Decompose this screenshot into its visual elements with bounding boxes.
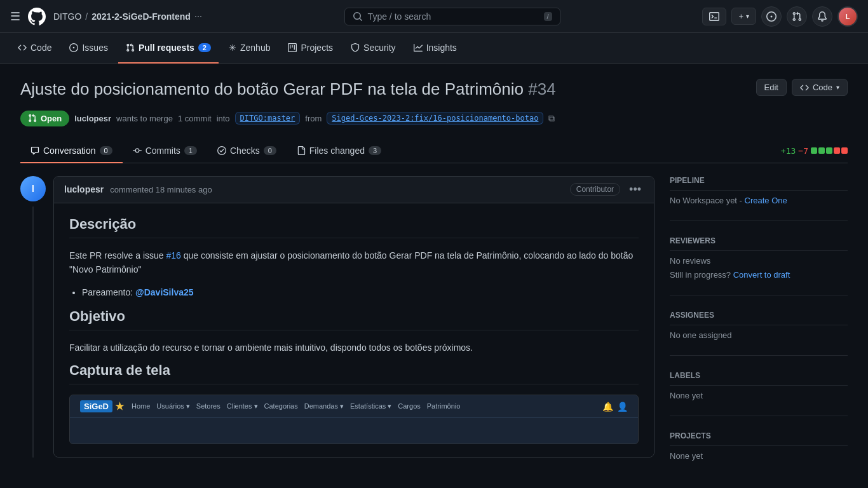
list-item: Pareamento: @DaviSilva25: [82, 285, 639, 301]
screenshot-nav-items: Home Usuários ▾ Setores Clientes ▾ Categ…: [132, 402, 460, 410]
zenhub-icon: ✳: [229, 43, 236, 53]
comment-body: Descrição Este PR resolve a issue #16 qu…: [54, 203, 654, 457]
pr-from-text: from: [305, 114, 322, 123]
main-column: l luclopesr commented 18 minutes ago Con…: [20, 176, 654, 476]
assignees-value: No one assigned: [670, 330, 848, 340]
nav-item-issues[interactable]: Issues: [62, 33, 115, 64]
screenshot-icons: 🔔 👤: [602, 402, 628, 412]
pr-status-badge: Open: [20, 111, 69, 126]
nav-item-zenhub[interactable]: ✳ Zenhub: [221, 33, 278, 64]
pr-open-icon: [28, 114, 37, 123]
pr-header: Ajuste do posicionamento do botão Gerar …: [20, 79, 848, 100]
topbar: ☰ DITGO / 2021-2-SiGeD-Frontend ⋯ Type /…: [0, 0, 868, 33]
nav-projects-label: Projects: [301, 43, 333, 53]
nav-item-code[interactable]: Code: [10, 33, 59, 64]
comment-header: luclopesr commented 18 minutes ago Contr…: [54, 177, 654, 203]
nav-pulls-label: Pull requests: [139, 43, 194, 53]
tab-files-changed[interactable]: Files changed 3: [287, 139, 391, 163]
pr-head-branch[interactable]: Siged-Gces-2023-2:fix/16-posicionamento-…: [327, 112, 543, 125]
comment-author[interactable]: luclopesr: [64, 184, 104, 194]
pr-actions: Edit Code ▾: [756, 79, 848, 96]
projects-title: Projects: [670, 431, 848, 446]
pr-base-branch[interactable]: DITGO:master: [235, 112, 301, 125]
pulls-button[interactable]: [787, 6, 807, 27]
insights-icon: [414, 43, 423, 52]
pr-title-block: Ajuste do posicionamento do botão Gerar …: [20, 79, 556, 100]
content-area: l luclopesr commented 18 minutes ago Con…: [20, 176, 848, 476]
sidebar-sep-1: [670, 220, 848, 221]
screenshot-preview: SiGeD ★ Home Usuários ▾ Setores Clientes…: [69, 395, 639, 444]
files-changed-badge: 3: [369, 146, 381, 155]
assignees-title: Assignees: [670, 311, 848, 325]
no-workspace-text: No Workspace yet -: [670, 196, 745, 205]
repo-navbar: Code Issues Pull requests 2 ✳ Zenhub Pro…: [0, 33, 868, 64]
code-dropdown-button[interactable]: Code ▾: [792, 79, 848, 96]
terminal-button[interactable]: [702, 8, 726, 25]
pipeline-value: No Workspace yet - Create One: [670, 196, 848, 205]
security-icon: [351, 43, 360, 52]
github-logo-icon[interactable]: [27, 6, 47, 27]
diff-block-5: [841, 147, 848, 154]
tab-checks[interactable]: Checks 0: [207, 139, 287, 163]
labels-value: None yet: [670, 391, 848, 400]
nav-item-pulls[interactable]: Pull requests 2: [118, 33, 219, 64]
files-changed-label: Files changed: [309, 146, 365, 156]
hamburger-icon[interactable]: ☰: [10, 10, 20, 24]
sidebar-sep-2: [670, 295, 848, 295]
commenter-avatar-initial: l: [32, 184, 34, 194]
avatar-initials: L: [846, 13, 850, 20]
comment-more-button[interactable]: •••: [627, 183, 644, 196]
topbar-search-area: Type / to search /: [225, 8, 680, 25]
add-button[interactable]: + ▾: [731, 8, 756, 25]
issues-button[interactable]: [761, 6, 782, 27]
user-avatar[interactable]: L: [837, 6, 858, 27]
diff-block-3: [826, 147, 832, 154]
code-button-label: Code: [813, 83, 832, 92]
code-icon: [18, 43, 27, 52]
pr-number: #34: [528, 79, 555, 98]
add-icon: +: [738, 11, 743, 21]
search-placeholder: Type / to search: [368, 11, 431, 22]
copy-icon[interactable]: ⧉: [548, 113, 555, 124]
nav-item-projects[interactable]: Projects: [280, 33, 341, 64]
body-list: Pareamento: @DaviSilva25: [82, 285, 639, 301]
body-para2: Facilitar a utilização do recurso e torn…: [69, 341, 639, 355]
conversation-badge: 0: [100, 146, 112, 155]
ss-user-icon: 👤: [617, 402, 628, 412]
tab-commits[interactable]: Commits 1: [123, 139, 207, 163]
pr-into-text: into: [217, 114, 230, 123]
comment-thread: luclopesr commented 18 minutes ago Contr…: [53, 176, 654, 458]
code-chevron-icon: ▾: [836, 84, 839, 91]
terminal-icon: [709, 11, 719, 22]
tab-conversation[interactable]: Conversation 0: [20, 139, 123, 163]
nav-item-security[interactable]: Security: [343, 33, 403, 64]
checks-label: Checks: [230, 146, 260, 156]
breadcrumb-org[interactable]: DITGO: [53, 11, 81, 22]
nav-item-insights[interactable]: Insights: [406, 33, 465, 64]
commits-badge: 1: [184, 146, 197, 155]
diff-block-2: [818, 147, 825, 154]
topbar-right: + ▾ L: [702, 6, 858, 27]
sidebar: Pipeline No Workspace yet - Create One R…: [670, 176, 848, 476]
sidebar-projects: Projects None yet: [670, 431, 848, 461]
issue-link[interactable]: #16: [166, 250, 181, 261]
breadcrumb-repo[interactable]: 2021-2-SiGeD-Frontend: [92, 11, 191, 22]
convert-draft-area: Still in progress? Convert to draft: [670, 269, 848, 280]
ss-nav-estatisticas: Estatísticas ▾: [350, 402, 391, 410]
comment-time: commented 18 minutes ago: [110, 185, 212, 194]
ss-nav-demandas: Demandas ▾: [304, 402, 344, 410]
checks-badge: 0: [264, 146, 276, 155]
edit-button[interactable]: Edit: [756, 79, 787, 96]
screenshot-navbar: SiGeD ★ Home Usuários ▾ Setores Clientes…: [70, 395, 638, 418]
search-box[interactable]: Type / to search /: [344, 8, 560, 25]
convert-to-draft-link[interactable]: Convert to draft: [733, 270, 790, 280]
breadcrumb-separator: /: [85, 11, 88, 22]
code-brackets-icon: [800, 83, 809, 92]
create-one-link[interactable]: Create One: [745, 196, 787, 205]
mention-link[interactable]: @DaviSilva25: [135, 287, 194, 297]
no-reviews-text: No reviews: [670, 256, 710, 266]
breadcrumb-options-icon[interactable]: ⋯: [194, 12, 202, 21]
notifications-button[interactable]: [812, 6, 832, 27]
nav-code-label: Code: [31, 43, 51, 53]
ss-nav-cargos: Cargos: [398, 402, 420, 410]
